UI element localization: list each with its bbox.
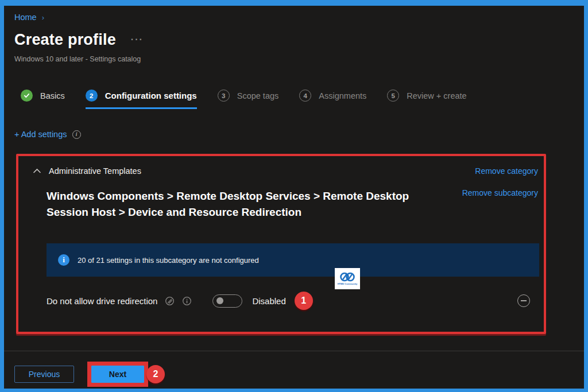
subcategory-header: Windows Components > Remote Desktop Serv… bbox=[18, 176, 544, 220]
info-icon[interactable] bbox=[182, 296, 192, 306]
wizard-steps: Basics 2 Configuration settings 3 Scope … bbox=[21, 90, 467, 109]
setting-label: Do not allow drive redirection bbox=[47, 296, 157, 306]
applicability-icon[interactable] bbox=[165, 296, 175, 306]
add-settings-label: + Add settings bbox=[14, 130, 67, 139]
more-options-icon[interactable]: ··· bbox=[131, 34, 144, 45]
step-number-icon: 5 bbox=[387, 90, 399, 102]
setting-toggle[interactable] bbox=[212, 294, 242, 308]
create-profile-window: Home › Create profile ··· Windows 10 and… bbox=[0, 0, 588, 392]
previous-button[interactable]: Previous bbox=[14, 366, 74, 383]
info-icon: i bbox=[58, 254, 69, 266]
step-label: Review + create bbox=[407, 91, 466, 100]
setting-row: Do not allow drive redirection Disabled … bbox=[47, 292, 537, 310]
info-banner: i 20 of 21 settings in this subcategory … bbox=[47, 243, 539, 277]
collapse-chevron-icon[interactable] bbox=[33, 168, 40, 175]
page-header: Create profile ··· bbox=[14, 31, 144, 49]
add-settings-link[interactable]: + Add settings i bbox=[14, 130, 81, 139]
step-number-icon: 2 bbox=[86, 90, 98, 102]
breadcrumb-chevron-icon: › bbox=[42, 13, 44, 22]
page-title: Create profile bbox=[14, 31, 116, 49]
annotation-highlight-box: Administrative Templates Remove category… bbox=[16, 154, 546, 334]
step-review-create[interactable]: 5 Review + create bbox=[387, 90, 466, 109]
info-banner-text: 20 of 21 settings in this subcategory ar… bbox=[78, 256, 259, 265]
logo-text: HTMD Community bbox=[338, 282, 358, 285]
step-basics[interactable]: Basics bbox=[21, 90, 65, 109]
breadcrumb: Home › bbox=[14, 13, 44, 22]
category-title: Administrative Templates bbox=[49, 166, 141, 176]
footer: Previous Next 2 bbox=[14, 362, 165, 387]
logo-glyph bbox=[340, 272, 355, 282]
step-label: Assignments bbox=[319, 91, 366, 100]
step-scope-tags[interactable]: 3 Scope tags bbox=[218, 90, 279, 109]
annotation-highlight-next: Next bbox=[87, 362, 148, 387]
remove-setting-icon[interactable] bbox=[517, 294, 530, 307]
remove-subcategory-link[interactable]: Remove subcategory bbox=[462, 188, 538, 197]
setting-value: Disabled bbox=[252, 296, 285, 306]
toggle-knob bbox=[216, 297, 223, 304]
annotation-badge-2: 2 bbox=[146, 365, 165, 383]
next-button[interactable]: Next bbox=[91, 366, 144, 383]
htmd-community-logo: HTMD Community bbox=[335, 268, 360, 289]
info-icon[interactable]: i bbox=[72, 130, 81, 139]
category-header: Administrative Templates Remove category bbox=[18, 156, 544, 176]
step-number-icon: 3 bbox=[218, 90, 230, 102]
step-configuration-settings[interactable]: 2 Configuration settings bbox=[86, 90, 197, 109]
step-label: Scope tags bbox=[237, 91, 279, 100]
step-assignments[interactable]: 4 Assignments bbox=[299, 90, 366, 109]
step-label: Configuration settings bbox=[105, 91, 197, 100]
footer-divider bbox=[4, 351, 584, 351]
step-label: Basics bbox=[40, 91, 65, 100]
breadcrumb-home-link[interactable]: Home bbox=[14, 13, 37, 22]
subcategory-path: Windows Components > Remote Desktop Serv… bbox=[47, 188, 420, 220]
page-subtitle: Windows 10 and later - Settings catalog bbox=[14, 55, 141, 63]
remove-category-link[interactable]: Remove category bbox=[475, 166, 538, 176]
annotation-badge-1: 1 bbox=[295, 292, 313, 310]
step-number-icon: 4 bbox=[299, 90, 311, 102]
check-circle-icon bbox=[21, 90, 33, 102]
